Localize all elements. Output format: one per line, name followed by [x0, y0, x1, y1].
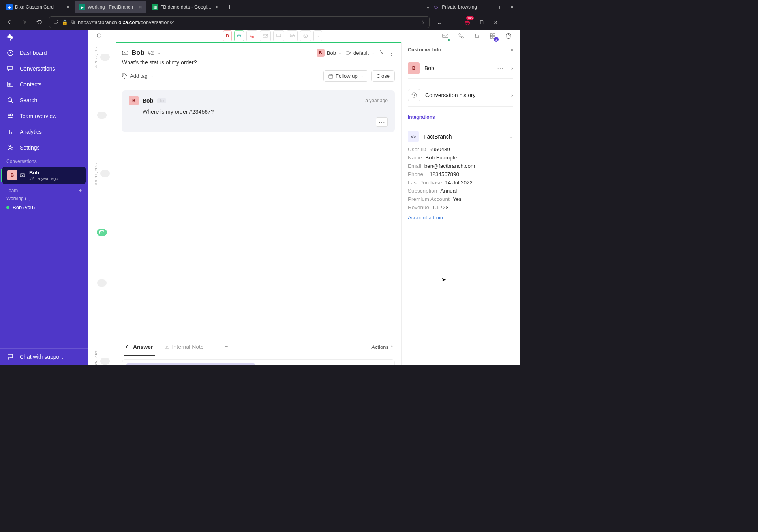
- info-row: User-ID5950439: [408, 145, 513, 154]
- new-tab-button[interactable]: +: [224, 3, 235, 11]
- forward-button[interactable]: [19, 17, 30, 28]
- add-tag-button[interactable]: Add tag ⌄: [122, 73, 153, 79]
- add-team-button[interactable]: +: [79, 188, 82, 193]
- bell-icon[interactable]: [471, 30, 482, 41]
- svg-point-19: [346, 51, 347, 52]
- more-icon[interactable]: ⋮: [388, 49, 395, 57]
- calendar-icon: [328, 74, 333, 79]
- timeline-marker[interactable]: [97, 112, 107, 119]
- help-icon[interactable]: [503, 30, 514, 41]
- tab-close-icon[interactable]: ×: [139, 4, 142, 10]
- timeline-marker[interactable]: [100, 170, 110, 177]
- nav-team-overview[interactable]: Team overview: [0, 108, 88, 124]
- integration-factbranch[interactable]: <> FactBranch ⌄: [408, 128, 513, 145]
- channel-whatsapp[interactable]: [300, 30, 311, 41]
- svg-rect-12: [490, 34, 492, 36]
- info-value: +1234567890: [426, 171, 459, 177]
- inbox-icon[interactable]: [440, 30, 451, 41]
- tab-internal-note[interactable]: Internal Note: [163, 339, 205, 356]
- team-member[interactable]: Bob (you): [0, 202, 88, 213]
- bookmark-icon[interactable]: ☆: [420, 19, 425, 25]
- nav-search[interactable]: Search: [0, 92, 88, 108]
- svg-rect-23: [329, 75, 333, 78]
- phone-icon[interactable]: [456, 30, 467, 41]
- extensions-icon[interactable]: ⧉: [476, 17, 487, 28]
- more-icon[interactable]: ⋯: [497, 65, 503, 72]
- favicon-icon: ▦: [152, 4, 158, 10]
- ublock-icon[interactable]: ◓146: [462, 17, 473, 28]
- add-tag-label: Add tag: [130, 73, 148, 79]
- timeline-mail-marker[interactable]: [97, 229, 107, 236]
- back-button[interactable]: [4, 17, 15, 28]
- integration-name: FactBranch: [424, 133, 505, 140]
- tab-title: Working | FactBranch: [88, 4, 137, 10]
- channel-phone[interactable]: [246, 30, 257, 41]
- chevron-down-icon: ⌄: [371, 51, 374, 55]
- nav-label: Team overview: [20, 113, 56, 119]
- browser-tab[interactable]: ▶ Working | FactBranch ×: [75, 1, 146, 13]
- conversation-item[interactable]: B Bob #2 · a year ago: [2, 167, 86, 184]
- info-key: Phone: [408, 171, 423, 177]
- shield-icon: 🛡: [53, 19, 58, 25]
- nav-dashboard[interactable]: Dashboard: [0, 45, 88, 61]
- overflow-icon[interactable]: »: [490, 17, 501, 28]
- channel-dropdown[interactable]: ⌄: [313, 30, 322, 41]
- chat-bubble-icon: [6, 353, 14, 361]
- follow-up-button[interactable]: Follow up ⌄: [323, 70, 368, 82]
- app-logo[interactable]: [0, 30, 88, 45]
- library-icon[interactable]: ⫼: [448, 17, 459, 28]
- nav-analytics[interactable]: Analytics: [0, 124, 88, 140]
- browser-tab[interactable]: ▦ FB demo data - Google S ×: [148, 1, 223, 13]
- collapse-icon[interactable]: »: [510, 47, 513, 52]
- menu-icon[interactable]: ≡: [505, 17, 516, 28]
- svg-point-2: [9, 83, 10, 85]
- message-more-button[interactable]: ⋯: [376, 117, 388, 127]
- conversation-id: #2: [148, 50, 154, 56]
- nav-contacts[interactable]: Contacts: [0, 77, 88, 92]
- timeline-marker[interactable]: [97, 279, 107, 287]
- timeline-marker[interactable]: [100, 358, 110, 365]
- presence-chip[interactable]: ⦿: [234, 30, 244, 41]
- nav-label: Contacts: [20, 81, 41, 88]
- chevron-down-icon[interactable]: ⌄: [157, 51, 161, 56]
- chevron-right-icon[interactable]: ›: [511, 65, 513, 72]
- customer-row[interactable]: B Bob ⋯ ›: [408, 58, 513, 79]
- sidebar: Dashboard Conversations Contacts Search …: [0, 30, 88, 365]
- tab-close-icon[interactable]: ×: [66, 4, 69, 10]
- topbar-search-button[interactable]: [94, 30, 105, 42]
- browser-tab[interactable]: ◆ Dixa Custom Card ×: [2, 1, 73, 13]
- timeline-marker[interactable]: [100, 54, 110, 61]
- assignee-picker[interactable]: B Bob ⌄: [317, 49, 341, 57]
- nav-settings[interactable]: Settings: [0, 140, 88, 155]
- pocket-icon[interactable]: ⌄: [433, 17, 445, 28]
- channel-email[interactable]: [260, 30, 271, 41]
- channel-chat[interactable]: [273, 30, 284, 41]
- account-admin-link[interactable]: Account admin: [408, 212, 513, 221]
- conversation-title: Bob #2 ⌄: [122, 49, 161, 57]
- template-icon[interactable]: ≡: [225, 344, 228, 350]
- tab-answer[interactable]: Answer: [124, 339, 155, 356]
- conversation-history-row[interactable]: Conversation history ›: [408, 84, 513, 107]
- apps-icon[interactable]: 1: [487, 30, 498, 41]
- chevron-right-icon: ›: [511, 92, 513, 99]
- info-key: Revenue: [408, 204, 429, 210]
- tab-close-icon[interactable]: ×: [216, 4, 219, 10]
- close-window-button[interactable]: ×: [507, 2, 517, 12]
- maximize-button[interactable]: ▢: [496, 2, 506, 12]
- minimize-button[interactable]: ─: [485, 2, 495, 12]
- nav-conversations[interactable]: Conversations: [0, 61, 88, 77]
- url-input[interactable]: 🛡 🔒 ⧉ https://factbranch.dixa.com/conver…: [49, 16, 430, 28]
- from-chip[interactable]: From FactBranch Dev <factbranch-dev@emai…: [126, 363, 255, 365]
- history-icon: [408, 89, 420, 101]
- chat-support-button[interactable]: Chat with support: [0, 349, 88, 365]
- activity-icon[interactable]: [378, 49, 385, 57]
- composer-actions-dropdown[interactable]: Actions ⌃: [371, 344, 393, 350]
- svg-rect-24: [165, 345, 169, 349]
- tabs-dropdown-icon[interactable]: ⌄: [426, 4, 430, 10]
- presence-chip[interactable]: B: [223, 30, 232, 41]
- message-to-badge[interactable]: To: [157, 98, 166, 103]
- close-button[interactable]: Close: [371, 70, 395, 82]
- channel-messenger[interactable]: [287, 30, 298, 41]
- queue-picker[interactable]: default ⌄: [345, 50, 374, 56]
- reload-button[interactable]: [34, 17, 45, 28]
